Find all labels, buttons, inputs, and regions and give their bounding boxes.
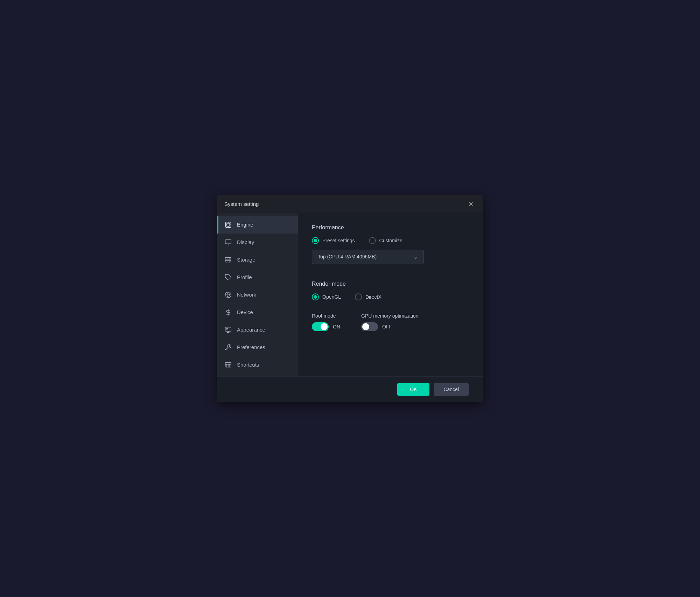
sidebar-item-display[interactable]: Display xyxy=(217,234,298,251)
dialog-body: Engine Display Storage xyxy=(217,213,483,376)
profile-icon xyxy=(224,273,232,281)
preset-settings-label: Preset settings xyxy=(322,238,355,243)
preferences-icon xyxy=(224,343,232,351)
dialog-footer: OK Cancel xyxy=(217,376,483,402)
root-mode-label: Root mode xyxy=(312,313,340,319)
sidebar: Engine Display Storage xyxy=(217,213,298,376)
sidebar-item-network[interactable]: Network xyxy=(217,286,298,304)
sidebar-item-profile[interactable]: Profile xyxy=(217,269,298,286)
appearance-icon xyxy=(224,326,232,334)
root-mode-toggle[interactable] xyxy=(312,322,329,331)
render-radio-row: OpenGL DirectX xyxy=(312,293,469,300)
opengl-option[interactable]: OpenGL xyxy=(312,293,341,300)
device-icon xyxy=(224,308,232,316)
directx-radio-circle xyxy=(355,293,362,300)
svg-point-12 xyxy=(230,261,230,262)
root-mode-item: Root mode ON xyxy=(312,313,340,331)
svg-rect-1 xyxy=(227,223,230,226)
storage-icon xyxy=(224,256,232,264)
performance-title: Performance xyxy=(312,224,469,231)
sidebar-label-shortcuts: Shortcuts xyxy=(237,362,259,368)
cancel-button[interactable]: Cancel xyxy=(434,383,469,396)
opengl-radio-circle xyxy=(312,293,319,300)
dropdown-value: Top (CPU:4 RAM:4096MB) xyxy=(318,254,377,259)
root-mode-knob xyxy=(321,323,328,330)
display-icon xyxy=(224,238,232,246)
performance-section: Performance Preset settings Customize To… xyxy=(312,224,469,274)
root-mode-state: ON xyxy=(333,324,340,329)
sidebar-item-preferences[interactable]: Preferences xyxy=(217,339,298,356)
gpu-memory-item: GPU memory optimization OFF xyxy=(361,313,418,331)
svg-rect-17 xyxy=(225,327,231,331)
chevron-down-icon: ⌄ xyxy=(413,254,418,260)
content-area: Performance Preset settings Customize To… xyxy=(298,213,483,376)
sidebar-label-preferences: Preferences xyxy=(237,344,265,350)
sidebar-label-engine: Engine xyxy=(237,222,253,228)
gpu-memory-toggle[interactable] xyxy=(361,322,378,331)
opengl-label: OpenGL xyxy=(322,294,341,300)
customize-radio-circle xyxy=(369,237,376,244)
ok-button[interactable]: OK xyxy=(397,383,429,396)
sidebar-label-storage: Storage xyxy=(237,257,255,263)
gpu-memory-label: GPU memory optimization xyxy=(361,313,418,319)
render-mode-title: Render mode xyxy=(312,281,469,287)
gpu-memory-knob xyxy=(362,323,369,330)
svg-rect-20 xyxy=(226,328,227,329)
sidebar-item-shortcuts[interactable]: Shortcuts xyxy=(217,356,298,374)
shortcuts-icon xyxy=(224,361,232,369)
toggles-section: Root mode ON GPU memory optimization xyxy=(312,313,469,331)
engine-icon xyxy=(224,221,232,229)
sidebar-label-appearance: Appearance xyxy=(237,327,265,333)
sidebar-item-storage[interactable]: Storage xyxy=(217,251,298,269)
sidebar-item-device[interactable]: Device xyxy=(217,304,298,321)
directx-option[interactable]: DirectX xyxy=(355,293,382,300)
customize-option[interactable]: Customize xyxy=(369,237,402,244)
dialog-title: System setting xyxy=(224,201,259,207)
sidebar-item-appearance[interactable]: Appearance xyxy=(217,321,298,339)
system-settings-dialog: System setting ✕ Engine Display xyxy=(217,195,483,402)
sidebar-item-engine[interactable]: Engine xyxy=(217,216,298,234)
sidebar-label-display: Display xyxy=(237,239,254,245)
performance-radio-row: Preset settings Customize xyxy=(312,237,469,244)
network-icon xyxy=(224,291,232,299)
directx-label: DirectX xyxy=(365,294,382,300)
svg-point-11 xyxy=(230,258,230,259)
svg-rect-6 xyxy=(225,240,231,244)
root-mode-row: ON xyxy=(312,322,340,331)
preset-radio-circle xyxy=(312,237,319,244)
preset-settings-option[interactable]: Preset settings xyxy=(312,237,355,244)
render-mode-section: Render mode OpenGL DirectX xyxy=(312,281,469,306)
gpu-memory-row: OFF xyxy=(361,322,418,331)
title-bar: System setting ✕ xyxy=(217,195,483,213)
customize-label: Customize xyxy=(379,238,402,243)
preset-dropdown[interactable]: Top (CPU:4 RAM:4096MB) ⌄ xyxy=(312,250,424,264)
close-button[interactable]: ✕ xyxy=(466,200,476,208)
sidebar-label-network: Network xyxy=(237,292,256,298)
gpu-memory-state: OFF xyxy=(382,324,392,329)
sidebar-label-device: Device xyxy=(237,309,253,315)
sidebar-label-profile: Profile xyxy=(237,274,252,280)
